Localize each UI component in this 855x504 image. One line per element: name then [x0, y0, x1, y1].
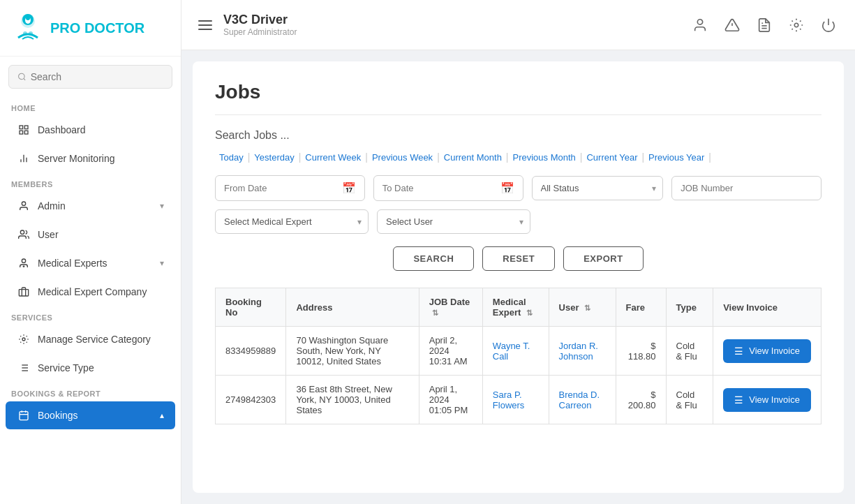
filter-previous-year[interactable]: Previous Year — [644, 152, 708, 163]
status-dropdown-wrap[interactable]: All Status Active Inactive Pending Compl… — [532, 176, 664, 200]
alert-icon[interactable] — [722, 15, 742, 35]
cell-user-2: Brenda D. Carreon — [549, 376, 616, 424]
filter-current-year[interactable]: Current Year — [582, 152, 641, 163]
filter-current-week[interactable]: Current Week — [301, 152, 365, 163]
cell-address-2: 36 East 8th Street, New York, NY 10003, … — [286, 376, 419, 424]
sidebar-item-medical-experts[interactable]: Medical Experts ▾ — [6, 249, 175, 277]
header-title: V3C Driver — [223, 13, 297, 27]
cell-job-date-1: April 2, 2024 10:31 AM — [419, 327, 482, 376]
header-subtitle: Super Administrator — [223, 27, 297, 37]
svg-rect-9 — [24, 126, 28, 129]
svg-point-4 — [23, 31, 27, 36]
from-date-input[interactable] — [224, 183, 338, 193]
section-services-label: SERVICES — [0, 306, 181, 325]
view-invoice-button-2[interactable]: ☰ View Invoice — [723, 388, 811, 412]
sidebar: PRO DOCTOR HOME Dashboard Server Monitor… — [0, 0, 181, 504]
cell-type-1: Cold & Flu — [666, 327, 713, 376]
filter-row-2: Select Medical Expert ▾ Select User ▾ — [215, 209, 821, 234]
server-monitoring-label: Server Monitoring — [38, 153, 164, 164]
from-date-input-wrap[interactable]: 📅 — [215, 175, 365, 201]
th-type: Type — [666, 288, 713, 327]
menu-icon[interactable] — [198, 20, 212, 30]
sidebar-item-manage-service-category[interactable]: Manage Service Category — [6, 325, 175, 353]
cell-fare-1: $ 118.80 — [616, 327, 666, 376]
calendar-icon-from: 📅 — [342, 181, 356, 195]
sidebar-item-medical-expert-company[interactable]: Medical Expert Company — [6, 278, 175, 306]
invoice-list-icon-2: ☰ — [734, 394, 743, 406]
user-select[interactable]: Select User — [377, 209, 530, 234]
filter-today[interactable]: Today — [215, 152, 248, 163]
th-fare: Fare — [616, 288, 666, 327]
table-row: 2749842303 36 East 8th Street, New York,… — [216, 376, 821, 424]
view-invoice-button-1[interactable]: ☰ View Invoice — [723, 339, 811, 363]
document-icon[interactable] — [754, 15, 774, 35]
expert-link-1[interactable]: Wayne T. Call — [493, 341, 530, 362]
cell-invoice-1: ☰ View Invoice — [713, 327, 821, 376]
status-select[interactable]: All Status Active Inactive Pending Compl… — [532, 176, 664, 200]
sidebar-item-bookings[interactable]: Bookings ▴ — [6, 401, 175, 429]
sidebar-item-server-monitoring[interactable]: Server Monitoring — [6, 144, 175, 172]
sidebar-item-user[interactable]: User — [6, 221, 175, 249]
export-button[interactable]: EXPORT — [563, 246, 643, 271]
reset-button[interactable]: RESET — [482, 246, 555, 271]
user-link-1[interactable]: Jordan R. Johnson — [559, 341, 598, 362]
filter-previous-week[interactable]: Previous Week — [368, 152, 437, 163]
search-input[interactable] — [31, 71, 163, 82]
section-bookings-label: BOOKINGS & REPORT — [0, 383, 181, 401]
user-link-2[interactable]: Brenda D. Carreon — [559, 390, 600, 410]
to-date-input-wrap[interactable]: 📅 — [373, 175, 523, 201]
power-icon[interactable] — [819, 15, 838, 35]
search-label: Search Jobs ... — [215, 129, 821, 142]
svg-point-3 — [26, 16, 30, 20]
chevron-up-icon: ▴ — [160, 410, 164, 420]
job-number-input[interactable] — [671, 176, 821, 200]
action-buttons-row: SEARCH RESET EXPORT — [215, 246, 821, 271]
manage-service-label: Manage Service Category — [38, 334, 164, 345]
sidebar-item-dashboard[interactable]: Dashboard — [6, 116, 175, 144]
medical-experts-label: Medical Experts — [38, 258, 160, 269]
user-dropdown-wrap[interactable]: Select User ▾ — [377, 209, 530, 234]
svg-point-15 — [22, 202, 25, 205]
sidebar-item-service-type[interactable]: Service Type — [6, 354, 175, 382]
settings-icon[interactable] — [787, 15, 806, 35]
sort-icon-user: ⇅ — [584, 304, 590, 312]
svg-point-21 — [22, 338, 25, 341]
table-row: 8334959889 70 Washington Square South, N… — [216, 327, 821, 376]
main-area: V3C Driver Super Administrator Jobs — [181, 0, 855, 504]
medical-expert-dropdown-wrap[interactable]: Select Medical Expert ▾ — [215, 209, 369, 234]
medical-expert-company-label: Medical Expert Company — [38, 286, 164, 297]
cell-booking-no-2: 2749842303 — [216, 376, 286, 424]
section-home-label: HOME — [0, 97, 181, 115]
svg-line-7 — [24, 78, 25, 80]
search-button[interactable]: SEARCH — [393, 246, 474, 271]
medical-expert-select[interactable]: Select Medical Expert — [215, 209, 369, 234]
filter-previous-month[interactable]: Previous Month — [509, 152, 580, 163]
th-address: Address — [286, 288, 419, 327]
service-type-label: Service Type — [38, 362, 164, 373]
logo-icon — [11, 11, 45, 45]
to-date-input[interactable] — [382, 183, 496, 193]
user-profile-icon[interactable] — [690, 15, 710, 35]
svg-rect-10 — [20, 131, 23, 134]
sidebar-search-box[interactable] — [8, 65, 172, 89]
list-icon — [17, 361, 31, 375]
svg-point-17 — [22, 259, 25, 262]
cell-fare-2: $ 200.80 — [616, 376, 666, 424]
building-icon — [17, 285, 31, 299]
section-members-label: MEMBERS — [0, 173, 181, 191]
svg-rect-20 — [19, 290, 28, 296]
cell-invoice-2: ☰ View Invoice — [713, 376, 821, 424]
sidebar-item-admin[interactable]: Admin ▾ — [6, 192, 175, 220]
expert-link-2[interactable]: Sara P. Flowers — [493, 390, 525, 410]
cell-expert-1: Wayne T. Call — [482, 327, 549, 376]
cell-user-1: Jordan R. Johnson — [549, 327, 616, 376]
bookings-icon — [17, 408, 31, 422]
header: V3C Driver Super Administrator — [181, 0, 855, 50]
page-title: Jobs — [215, 81, 821, 103]
bookings-label: Bookings — [38, 410, 160, 421]
svg-point-6 — [19, 73, 25, 80]
filter-current-month[interactable]: Current Month — [440, 152, 506, 163]
filter-yesterday[interactable]: Yesterday — [250, 152, 298, 163]
header-left: V3C Driver Super Administrator — [198, 13, 297, 37]
content-area: Jobs Search Jobs ... Today | Yesterday |… — [193, 61, 844, 493]
